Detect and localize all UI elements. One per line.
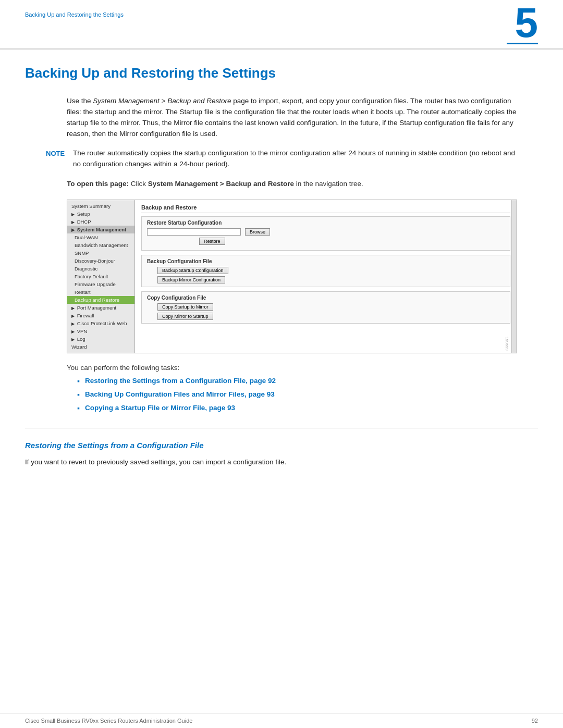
subsection-title: Restoring the Settings from a Configurat… <box>25 441 538 450</box>
sidebar-item-restart[interactable]: Restart <box>67 288 134 296</box>
sidebar-item-dualwan[interactable]: Dual-WAN <box>67 233 134 241</box>
footer-left-text: Cisco Small Business RV0xx Series Router… <box>25 718 192 724</box>
sidebar-item-snmp[interactable]: SNMP <box>67 249 134 257</box>
list-item: Copying a Startup File or Mirror File, p… <box>77 404 517 412</box>
screenshot-restore-section: Restore Startup Configuration Browse Res… <box>141 216 510 251</box>
footer-page-number: 92 <box>532 718 538 724</box>
copy-mirror-to-startup-btn[interactable]: Copy Mirror to Startup <box>157 313 213 320</box>
screenshot-main-title: Backup and Restore <box>141 204 510 213</box>
backup-startup-btn[interactable]: Backup Startup Configuration <box>157 267 228 274</box>
chapter-number: 5 <box>515 4 538 42</box>
sidebar-item-cisco-protect[interactable]: ▶ Cisco ProtectLink Web <box>67 319 134 327</box>
sidebar-item-diagnostic[interactable]: Diagnostic <box>67 265 134 273</box>
sidebar-item-portmgmt[interactable]: ▶ Port Management <box>67 304 134 312</box>
sidebar-item-sysmanage[interactable]: ▶ System Management <box>67 226 134 233</box>
sidebar-item-summary[interactable]: System Summary <box>67 202 134 210</box>
chapter-num-line <box>507 43 538 44</box>
restore-button[interactable]: Restore <box>199 238 225 245</box>
task-list: Restoring the Settings from a Configurat… <box>77 377 517 412</box>
open-page-instruction: To open this page: Click System Manageme… <box>67 178 517 190</box>
note-label: NOTE <box>46 148 67 170</box>
sidebar-item-firewall[interactable]: ▶ Firewall <box>67 312 134 319</box>
restore-file-input[interactable] <box>147 228 241 236</box>
backup-section-title: Backup Configuration File <box>147 258 505 264</box>
screenshot-backup-section: Backup Configuration File Backup Startup… <box>141 255 510 287</box>
header-chapter-title: Backing Up and Restoring the Settings <box>25 9 124 18</box>
sidebar-item-log[interactable]: ▶ Log <box>67 335 134 343</box>
subsection-body: If you want to revert to previously save… <box>25 457 538 468</box>
task-link-1[interactable]: Restoring the Settings from a Configurat… <box>85 377 276 385</box>
screenshot-copy-section: Copy Configuration File Copy Startup to … <box>141 291 510 324</box>
copy-btn-row: Copy Startup to Mirror Copy Mirror to St… <box>147 303 505 320</box>
sidebar-item-discovery[interactable]: Discovery-Bonjour <box>67 257 134 265</box>
chapter-num-box: 5 <box>507 9 538 44</box>
task-link-3[interactable]: Copying a Startup File or Mirror File, p… <box>85 404 235 412</box>
list-item: Restoring the Settings from a Configurat… <box>77 377 517 385</box>
main-content: Backing Up and Restoring the Settings Us… <box>0 50 563 494</box>
sidebar-item-firmware[interactable]: Firmware Upgrade <box>67 280 134 288</box>
section-divider <box>25 428 538 428</box>
open-page-label: To open this page: <box>67 180 129 188</box>
sidebar-item-setup[interactable]: ▶ Setup <box>67 210 134 218</box>
sidebar-item-backup-restore[interactable]: Backup and Restore <box>67 296 134 304</box>
page-header: Backing Up and Restoring the Settings 5 <box>0 0 563 50</box>
sidebar-item-vpn[interactable]: ▶ VPN <box>67 327 134 335</box>
sidebar-item-factory[interactable]: Factory Default <box>67 273 134 280</box>
copy-section-title: Copy Configuration File <box>147 295 505 301</box>
screenshot-scrollbar[interactable] <box>511 200 517 353</box>
intro-paragraph: Use the System Management > Backup and R… <box>67 96 517 140</box>
screenshot-watermark: 199699 <box>505 337 509 351</box>
sidebar-item-wizard[interactable]: Wizard <box>67 343 134 351</box>
sidebar-item-dhcp[interactable]: ▶ DHCP <box>67 218 134 226</box>
copy-startup-to-mirror-btn[interactable]: Copy Startup to Mirror <box>157 303 213 311</box>
screenshot-main: Backup and Restore Restore Startup Confi… <box>135 200 517 353</box>
note-text: The router automatically copies the star… <box>73 148 517 170</box>
screenshot-container: System Summary ▶ Setup ▶ DHCP ▶ System M… <box>67 200 517 353</box>
page-footer: Cisco Small Business RV0xx Series Router… <box>0 713 563 728</box>
backup-btn-row: Backup Startup Configuration Backup Mirr… <box>147 267 505 283</box>
browse-button[interactable]: Browse <box>245 228 270 236</box>
restore-row-1: Browse <box>147 228 505 236</box>
screenshot-sidebar: System Summary ▶ Setup ▶ DHCP ▶ System M… <box>67 200 135 353</box>
task-intro: You can perform the following tasks: <box>67 364 517 372</box>
page-title: Backing Up and Restoring the Settings <box>25 65 538 83</box>
restore-row-2: Restore <box>147 238 505 245</box>
note-block: NOTE The router automatically copies the… <box>46 148 517 170</box>
restore-section-title: Restore Startup Configuration <box>147 220 505 226</box>
task-link-2[interactable]: Backing Up Configuration Files and Mirro… <box>85 390 275 398</box>
sidebar-item-bandwidth[interactable]: Bandwidth Management <box>67 241 134 249</box>
backup-mirror-btn[interactable]: Backup Mirror Configuration <box>157 276 225 283</box>
list-item: Backing Up Configuration Files and Mirro… <box>77 390 517 399</box>
